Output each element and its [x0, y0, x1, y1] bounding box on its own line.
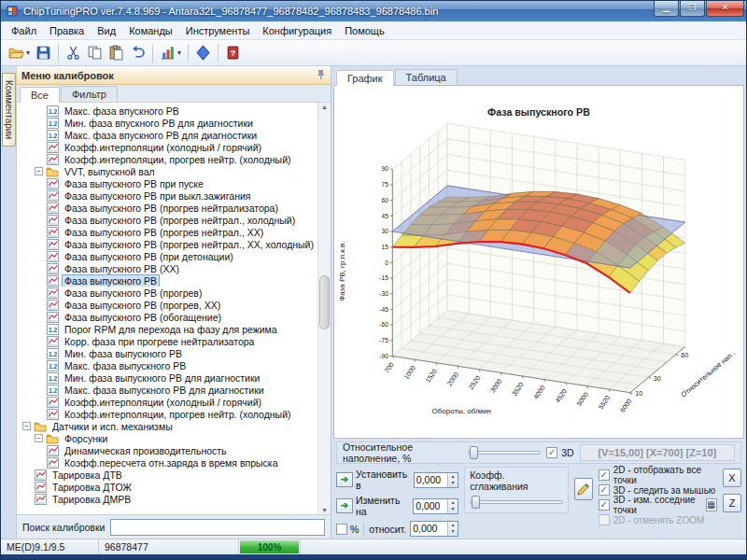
- tree-item[interactable]: Фаза выпускного РВ (прогрев, XX): [19, 299, 317, 311]
- tree-item[interactable]: Коэфф.интерполяции, прогрев нейтр. (холо…: [19, 153, 317, 165]
- tree-item[interactable]: 1.2Макс. фаза выпускного РВ для диагност…: [19, 384, 317, 396]
- menu-item-0[interactable]: Файл: [5, 23, 43, 38]
- set-value-arrows[interactable]: ▴▾: [447, 473, 458, 487]
- tab-graph[interactable]: График: [336, 70, 394, 86]
- tree-item[interactable]: 1.2Макс. фаза впускного РВ: [19, 105, 317, 117]
- percent-checkbox[interactable]: [336, 524, 347, 535]
- undo-button[interactable]: [127, 42, 148, 64]
- close-button[interactable]: ✕: [706, 1, 744, 17]
- tree-item[interactable]: Фаза выпускного РВ при пуске: [19, 177, 317, 189]
- save-button[interactable]: [33, 42, 54, 64]
- set-value-spinner[interactable]: 0,000 ▴▾: [414, 472, 458, 488]
- chart-button[interactable]: ▾: [157, 42, 184, 64]
- tree-item[interactable]: Фаза выпускного РВ при выкл.зажигания: [19, 189, 317, 202]
- checkbox-3d-box[interactable]: ✓: [546, 447, 557, 458]
- checkbox-box[interactable]: [599, 514, 610, 525]
- checkbox-box[interactable]: ✓: [599, 469, 610, 481]
- tree-item[interactable]: Тарировка ДТОЖ: [19, 481, 317, 493]
- expander-icon[interactable]: −: [22, 422, 31, 430]
- set-value-field[interactable]: 0,000: [415, 473, 447, 487]
- tree-item[interactable]: Корр. фаза при прогреве нейтрализатора: [19, 335, 317, 347]
- title-bar[interactable]: ChipTuningPRO ver.7.4.8.969 - Antara32L_…: [1, 1, 746, 21]
- paste-button[interactable]: [106, 42, 127, 64]
- tree-item[interactable]: Коэфф.интерполяции (холодный / горячий): [19, 141, 317, 153]
- cut-button[interactable]: [63, 42, 84, 64]
- change-value-spinner[interactable]: 0,000 ▴▾: [413, 498, 458, 514]
- menu-item-1[interactable]: Правка: [43, 23, 91, 38]
- tree-item[interactable]: Коэфф.интерполяции, прогрев нейтр. (холо…: [19, 408, 317, 420]
- load-slider[interactable]: [468, 446, 541, 459]
- menu-item-5[interactable]: Конфигурация: [256, 23, 338, 38]
- relative-spinner[interactable]: 0,000 ▴▾: [410, 521, 458, 537]
- tree-item[interactable]: 1.2Мин. фаза выпускного РВ для диагности…: [19, 371, 317, 384]
- surface-chart[interactable]: 9075604530150-15-30-45-60-75-90700100015…: [334, 86, 743, 438]
- change-value-button[interactable]: ➔: [336, 498, 353, 513]
- tree-item[interactable]: Фаза выпускного РВ (обогащение): [19, 311, 317, 323]
- tree-folder[interactable]: −Форсунки: [19, 432, 317, 444]
- grid-snap-button[interactable]: ▦: [706, 498, 717, 511]
- tree-item[interactable]: Фаза выпускного РВ (прогрев): [19, 287, 317, 299]
- minimize-button[interactable]: ▁: [654, 1, 679, 17]
- tree-item[interactable]: 1.2Макс. фаза впускного РВ для диагности…: [19, 129, 317, 141]
- chevron-down-icon[interactable]: ▾: [177, 49, 181, 57]
- tree-item[interactable]: 1.2Макс. фаза выпускного РВ: [19, 359, 317, 371]
- scroll-thumb[interactable]: [319, 275, 330, 329]
- pin-icon[interactable]: [317, 69, 326, 82]
- change-value-field[interactable]: 0,000: [414, 499, 447, 513]
- scroll-down-icon[interactable]: ▼: [318, 507, 331, 513]
- menu-item-3[interactable]: Команды: [122, 23, 179, 38]
- tree-item[interactable]: 1.2Порог RPM для перехода на фазу для ре…: [19, 323, 317, 335]
- tree-item[interactable]: Фаза выпускного РВ (прогрев нейтрал., XX…: [19, 226, 317, 238]
- tree-item[interactable]: Фаза выпускного РВ (XX): [19, 262, 317, 274]
- smoothing-slider-thumb[interactable]: [472, 496, 480, 509]
- help-button[interactable]: ?: [222, 42, 244, 64]
- tree-item[interactable]: Коэфф.интерполяции (холодный / горячий): [19, 396, 317, 408]
- tree-item[interactable]: Фаза выпускного РВ: [19, 274, 317, 287]
- display-option-0[interactable]: ✓2D - отображать все точки: [599, 469, 717, 482]
- menu-bar: ФайлПравкаВидКомандыИнструментыКонфигура…: [1, 21, 746, 40]
- tree-item[interactable]: Фаза выпускного РВ (прогрев нейтрал., хо…: [19, 214, 317, 226]
- tree-item[interactable]: Динамическая производительность: [19, 444, 317, 456]
- comments-tab[interactable]: Комментарии: [2, 73, 16, 147]
- scroll-up-icon[interactable]: ▲: [318, 104, 331, 110]
- copy-button[interactable]: [84, 42, 106, 64]
- tree-scrollbar[interactable]: ▲ ▼: [317, 103, 331, 514]
- checkbox-3d[interactable]: ✓ 3D: [546, 446, 573, 459]
- tab-all[interactable]: Все: [20, 87, 60, 103]
- menu-item-4[interactable]: Инструменты: [179, 23, 257, 38]
- relative-field[interactable]: 0,000: [411, 522, 447, 536]
- tree-item[interactable]: Коэфф.пересчета отн.заряда в время впрыс…: [19, 456, 317, 469]
- search-input[interactable]: [110, 519, 325, 536]
- maximize-button[interactable]: ❐: [680, 1, 705, 17]
- set-value-button[interactable]: ➔: [336, 472, 353, 487]
- tab-table[interactable]: Таблица: [395, 69, 458, 85]
- load-slider-thumb[interactable]: [470, 446, 478, 459]
- x-axis-button[interactable]: X: [723, 469, 741, 487]
- checkbox-box[interactable]: ✓: [599, 499, 610, 511]
- diff-button[interactable]: [192, 42, 214, 64]
- tree-folder[interactable]: −VVT, выпускной вал: [19, 165, 317, 177]
- relative-arrows[interactable]: ▴▾: [447, 522, 458, 536]
- checkbox-box[interactable]: ✓: [599, 484, 610, 496]
- display-option-3[interactable]: 2D - отменять ZOOM: [599, 513, 717, 526]
- tab-filter[interactable]: Фильтр: [61, 86, 118, 102]
- menu-item-2[interactable]: Вид: [91, 23, 122, 38]
- smoothing-slider[interactable]: [470, 496, 562, 509]
- expander-icon[interactable]: −: [35, 167, 43, 175]
- tree-item[interactable]: Фаза выпускного РВ (прогрев нейтрал., XX…: [19, 238, 317, 250]
- menu-item-6[interactable]: Помощь: [338, 23, 391, 38]
- tree-item[interactable]: Фаза выпускного РВ (при детонации): [19, 250, 317, 262]
- tree-item[interactable]: Тарировка ДМРВ: [19, 493, 317, 505]
- display-option-2[interactable]: ✓3D - изм. соседние точки▦: [599, 498, 717, 511]
- expander-icon[interactable]: −: [35, 434, 43, 442]
- chevron-down-icon[interactable]: ▾: [26, 49, 30, 57]
- z-axis-button[interactable]: Z: [723, 494, 741, 512]
- tree-item[interactable]: 1.2Мин. фаза выпускного РВ: [19, 347, 317, 359]
- tree-item[interactable]: Тарировка ДТВ: [19, 469, 317, 481]
- open-button[interactable]: ▾: [6, 42, 33, 64]
- edit-button[interactable]: [574, 478, 593, 500]
- change-value-arrows[interactable]: ▴▾: [447, 499, 458, 513]
- tree-folder[interactable]: −Датчики и исп. механизмы: [19, 420, 317, 432]
- tree-item[interactable]: 1.2Мин. фаза впускного РВ для диагностик…: [19, 117, 317, 129]
- tree-item[interactable]: Фаза выпускного РВ (прогрев нейтрализато…: [19, 202, 317, 214]
